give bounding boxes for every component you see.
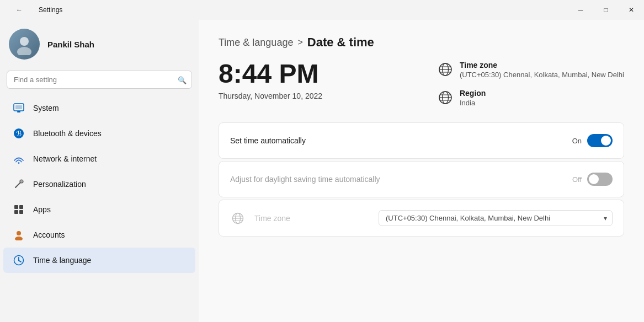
date-display: Thursday, November 10, 2022 xyxy=(219,92,322,100)
breadcrumb-separator: > xyxy=(297,37,302,47)
titlebar: ← Settings ─ □ ✕ xyxy=(0,0,644,20)
system-label: System xyxy=(33,104,59,112)
svg-point-0 xyxy=(20,37,29,46)
region-label: Region xyxy=(460,89,486,98)
network-label: Network & internet xyxy=(33,154,97,163)
svg-rect-5 xyxy=(17,111,21,111)
avatar xyxy=(9,29,40,60)
accounts-label: Accounts xyxy=(33,230,65,239)
app-body: Pankil Shah 🔍 System ℬ Bluetooth & devic… xyxy=(0,20,644,322)
dst-state: Off xyxy=(572,175,582,184)
dst-right: Off xyxy=(572,173,613,186)
timezone-label: Time zone xyxy=(460,61,624,69)
network-icon xyxy=(12,152,25,165)
tz-select-icon xyxy=(230,211,246,226)
breadcrumb-current: Date & time xyxy=(307,35,374,50)
titlebar-title: Settings xyxy=(39,6,62,14)
personalization-label: Personalization xyxy=(33,180,86,189)
breadcrumb-parent[interactable]: Time & language xyxy=(219,37,293,49)
set-time-auto-card: Set time automatically On xyxy=(219,122,624,159)
search-icon: 🔍 xyxy=(178,76,187,84)
apps-icon xyxy=(12,203,25,216)
svg-rect-4 xyxy=(17,111,20,112)
datetime-right: Time zone (UTC+05:30) Chennai, Kolkata, … xyxy=(438,61,624,107)
region-info: Region India xyxy=(438,89,486,107)
timezone-text: Time zone (UTC+05:30) Chennai, Kolkata, … xyxy=(460,61,624,79)
set-time-auto-label: Set time automatically xyxy=(230,136,306,145)
time-display: 8:44 PM xyxy=(219,61,322,87)
set-time-auto-right: On xyxy=(572,134,613,147)
tz-select-row: Time zone (UTC+05:30) Chennai, Kolkata, … xyxy=(219,200,624,236)
set-time-auto-state: On xyxy=(572,137,582,145)
search-input[interactable] xyxy=(7,71,192,89)
svg-rect-3 xyxy=(15,105,22,109)
region-value: India xyxy=(460,99,486,107)
tz-select-label: Time zone xyxy=(254,214,370,223)
svg-point-8 xyxy=(18,162,20,164)
sidebar-item-accounts[interactable]: Accounts xyxy=(3,222,195,248)
datetime-row: 8:44 PM Thursday, November 10, 2022 Time… xyxy=(219,61,624,107)
svg-line-19 xyxy=(19,261,21,262)
maximize-button[interactable]: □ xyxy=(593,0,619,20)
back-button[interactable]: ← xyxy=(7,0,32,20)
system-icon xyxy=(12,101,25,115)
sidebar-item-time[interactable]: Time & language xyxy=(3,248,195,273)
accounts-icon xyxy=(12,228,25,242)
profile-name: Pankil Shah xyxy=(47,40,94,49)
time-icon xyxy=(12,254,25,267)
main-content: Time & language > Date & time 8:44 PM Th… xyxy=(199,20,644,322)
dst-toggle[interactable] xyxy=(587,173,613,186)
titlebar-controls: ─ □ ✕ xyxy=(568,0,644,20)
svg-point-10 xyxy=(20,180,23,183)
sidebar: Pankil Shah 🔍 System ℬ Bluetooth & devic… xyxy=(0,20,199,322)
sidebar-item-network[interactable]: Network & internet xyxy=(3,146,195,171)
sidebar-item-system[interactable]: System xyxy=(3,95,195,121)
bluetooth-label: Bluetooth & devices xyxy=(33,129,102,138)
minimize-button[interactable]: ─ xyxy=(568,0,593,20)
svg-point-16 xyxy=(15,237,23,240)
svg-rect-11 xyxy=(14,205,18,209)
dst-row: Adjust for daylight saving time automati… xyxy=(219,162,624,197)
svg-point-15 xyxy=(17,231,21,235)
svg-rect-12 xyxy=(19,205,23,209)
region-globe-icon xyxy=(438,90,453,105)
apps-label: Apps xyxy=(33,205,51,214)
sidebar-profile: Pankil Shah xyxy=(0,20,199,71)
dst-card: Adjust for daylight saving time automati… xyxy=(219,161,624,197)
svg-rect-13 xyxy=(14,210,18,214)
set-time-auto-toggle[interactable] xyxy=(587,134,613,147)
dst-thumb xyxy=(589,174,599,184)
datetime-left: 8:44 PM Thursday, November 10, 2022 xyxy=(219,61,322,100)
set-time-auto-row: Set time automatically On xyxy=(219,123,624,158)
search-box: 🔍 xyxy=(7,71,192,89)
bluetooth-icon: ℬ xyxy=(12,127,25,140)
avatar-svg xyxy=(13,33,35,55)
region-text: Region India xyxy=(460,89,486,107)
avatar-image xyxy=(9,29,40,60)
titlebar-left: ← Settings xyxy=(7,0,62,20)
svg-text:ℬ: ℬ xyxy=(16,130,22,138)
tz-select-wrapper: (UTC+05:30) Chennai, Kolkata, Mumbai, Ne… xyxy=(379,210,613,226)
sidebar-item-bluetooth[interactable]: ℬ Bluetooth & devices xyxy=(3,121,195,146)
timezone-globe-icon xyxy=(438,62,453,77)
time-label: Time & language xyxy=(33,256,91,265)
sidebar-item-personalization[interactable]: Personalization xyxy=(3,171,195,197)
timezone-value: (UTC+05:30) Chennai, Kolkata, Mumbai, Ne… xyxy=(460,71,624,79)
personalization-icon xyxy=(12,178,25,191)
dst-label: Adjust for daylight saving time automati… xyxy=(230,175,380,184)
close-button[interactable]: ✕ xyxy=(619,0,644,20)
back-icon: ← xyxy=(16,6,23,14)
timezone-info: Time zone (UTC+05:30) Chennai, Kolkata, … xyxy=(438,61,624,79)
svg-point-1 xyxy=(17,47,31,55)
tz-select[interactable]: (UTC+05:30) Chennai, Kolkata, Mumbai, Ne… xyxy=(379,210,613,226)
svg-rect-14 xyxy=(19,210,23,214)
breadcrumb: Time & language > Date & time xyxy=(219,35,624,50)
tz-row-card: Time zone (UTC+05:30) Chennai, Kolkata, … xyxy=(219,200,624,237)
set-time-auto-thumb xyxy=(601,136,611,146)
sidebar-item-apps[interactable]: Apps xyxy=(3,197,195,222)
